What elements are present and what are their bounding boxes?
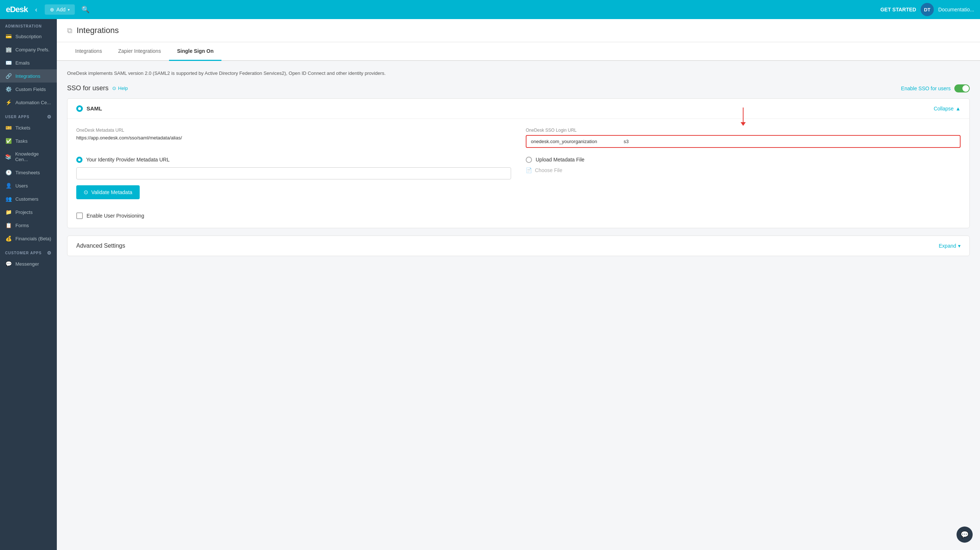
sidebar-item-customers[interactable]: 👥 Customers	[0, 192, 57, 206]
identity-provider-radio[interactable]	[76, 157, 83, 163]
add-button[interactable]: ⊕ Add ▾	[45, 5, 75, 15]
chat-button[interactable]: 💬	[956, 526, 973, 543]
options-row: Your Identity Provider Metadata URL ⊙ Va…	[76, 157, 961, 199]
validate-icon: ⊙	[84, 189, 88, 196]
sidebar-item-knowledge-center[interactable]: 📚 Knowledge Cen...	[0, 148, 57, 166]
get-started-button[interactable]: GET STARTED	[880, 6, 916, 13]
sidebar: ADMINISTRATION 💳 Subscription 🏢 Company …	[0, 19, 57, 550]
sso-title: SSO for users ⊙ Help	[67, 84, 128, 92]
sidebar-item-messenger[interactable]: 💬 Messenger	[0, 257, 57, 270]
avatar[interactable]: DT	[921, 3, 934, 16]
sidebar-item-label: Customers	[15, 196, 38, 202]
sso-login-url-group: OneDesk SSO Login URL	[526, 128, 961, 148]
users-icon: 👤	[5, 183, 12, 188]
upload-metadata-label: Upload Metadata File	[536, 157, 584, 163]
add-icon: ⊕	[50, 6, 54, 13]
tab-single-sign-on[interactable]: Single Sign On	[169, 42, 222, 61]
sidebar-item-users[interactable]: 👤 Users	[0, 179, 57, 192]
sidebar-collapse-button[interactable]: ‹	[32, 5, 40, 15]
sidebar-item-label: Forms	[15, 223, 29, 228]
choose-file-row[interactable]: 📄 Choose File	[526, 167, 961, 173]
expand-button[interactable]: Expand ▾	[939, 243, 961, 249]
tab-integrations[interactable]: Integrations	[67, 42, 110, 61]
help-label: Help	[118, 86, 128, 91]
sidebar-item-custom-fields[interactable]: ⚙️ Custom Fields	[0, 83, 57, 96]
sidebar-item-label: Subscription	[15, 34, 42, 39]
upload-metadata-radio[interactable]	[526, 157, 532, 163]
sidebar-item-label: Timesheets	[15, 170, 40, 175]
provision-row: Enable User Provisioning	[76, 207, 961, 219]
metadata-url-label: OneDesk Metadata URL	[76, 128, 511, 133]
tasks-icon: ✅	[5, 138, 12, 144]
file-icon: 📄	[526, 167, 532, 173]
sidebar-item-emails[interactable]: ✉️ Emails	[0, 56, 57, 69]
collapse-label: Collapse	[934, 106, 954, 112]
content-area: ⧉ Integrations Integrations Zapier Integ…	[57, 19, 980, 550]
customer-apps-section-label: CUSTOMER APPS ⚙	[0, 245, 57, 257]
metadata-url-group: OneDesk Metadata URL https://app.onedesk…	[76, 128, 511, 140]
sidebar-item-subscription[interactable]: 💳 Subscription	[0, 30, 57, 43]
company-icon: 🏢	[5, 46, 12, 53]
tickets-icon: 🎫	[5, 125, 12, 131]
identity-provider-radio-label[interactable]: Your Identity Provider Metadata URL	[76, 157, 511, 163]
saml-radio-label: SAML	[76, 105, 102, 112]
sso-section-header: SSO for users ⊙ Help Enable SSO for user…	[67, 84, 970, 92]
sso-login-url-input[interactable]	[526, 135, 961, 148]
advanced-settings-title: Advanced Settings	[76, 242, 125, 249]
arrow-annotation	[741, 107, 746, 126]
top-bar: eDesk ‹ ⊕ Add ▾ 🔍 GET STARTED DT Documen…	[0, 0, 980, 19]
sidebar-item-label: Tasks	[15, 138, 27, 144]
identity-provider-group: Your Identity Provider Metadata URL ⊙ Va…	[76, 157, 511, 199]
description-text: OneDesk implements SAML version 2.0 (SAM…	[67, 70, 970, 77]
user-name: Documentatio...	[938, 6, 974, 13]
saml-card-body: OneDesk Metadata URL https://app.onedesk…	[67, 119, 969, 228]
advanced-settings-card: Advanced Settings Expand ▾	[67, 236, 970, 256]
sidebar-item-timesheets[interactable]: 🕐 Timesheets	[0, 166, 57, 179]
sso-login-url-input-group	[526, 135, 961, 148]
help-link[interactable]: ⊙ Help	[112, 86, 128, 91]
admin-section-label: ADMINISTRATION	[0, 19, 57, 30]
customer-apps-gear-icon[interactable]: ⚙	[47, 250, 52, 256]
enable-user-provisioning-checkbox[interactable]	[76, 212, 83, 219]
sidebar-item-label: Projects	[15, 209, 33, 215]
sidebar-item-label: Custom Fields	[15, 86, 46, 92]
chevron-up-icon: ▲	[955, 106, 961, 112]
sidebar-item-label: Automation Ce...	[15, 100, 51, 105]
timesheets-icon: 🕐	[5, 169, 12, 175]
sidebar-item-tickets[interactable]: 🎫 Tickets	[0, 121, 57, 134]
sidebar-item-tasks[interactable]: ✅ Tasks	[0, 134, 57, 148]
identity-provider-label: Your Identity Provider Metadata URL	[86, 157, 170, 163]
tab-zapier-integrations[interactable]: Zapier Integrations	[110, 42, 169, 61]
page-title: Integrations	[76, 26, 119, 35]
saml-card-header: SAML Collapse ▲	[67, 99, 969, 119]
projects-icon: 📁	[5, 209, 12, 215]
user-apps-section-label: USER APPS ⚙	[0, 109, 57, 121]
validate-metadata-button[interactable]: ⊙ Validate Metadata	[76, 185, 140, 199]
sidebar-item-forms[interactable]: 📋 Forms	[0, 219, 57, 232]
metadata-url-input[interactable]	[76, 167, 511, 179]
user-apps-gear-icon[interactable]: ⚙	[47, 114, 52, 120]
sidebar-item-projects[interactable]: 📁 Projects	[0, 206, 57, 219]
sidebar-item-integrations[interactable]: 🔗 Integrations	[0, 69, 57, 83]
chat-icon: 💬	[961, 531, 969, 539]
knowledge-icon: 📚	[5, 154, 11, 159]
enable-sso-label: Enable SSO for users	[901, 86, 951, 91]
app-wrapper: eDesk ‹ ⊕ Add ▾ 🔍 GET STARTED DT Documen…	[0, 0, 980, 550]
forms-icon: 📋	[5, 222, 12, 228]
sidebar-item-automation[interactable]: ⚡ Automation Ce...	[0, 96, 57, 109]
collapse-button[interactable]: Collapse ▲	[934, 106, 961, 112]
page-header: ⧉ Integrations	[57, 19, 980, 42]
enable-sso-toggle[interactable]	[955, 84, 970, 92]
sidebar-item-label: Messenger	[15, 261, 39, 267]
page-icon: ⧉	[67, 26, 72, 35]
sidebar-item-label: Tickets	[15, 125, 30, 131]
url-row: OneDesk Metadata URL https://app.onedesk…	[76, 128, 961, 148]
sidebar-item-company-prefs[interactable]: 🏢 Company Prefs.	[0, 43, 57, 56]
upload-metadata-radio-label[interactable]: Upload Metadata File	[526, 157, 961, 163]
search-button[interactable]: 🔍	[79, 3, 92, 16]
saml-radio-dot[interactable]	[76, 105, 83, 112]
sidebar-item-financials[interactable]: 💰 Financials (Beta)	[0, 232, 57, 245]
advanced-settings-header[interactable]: Advanced Settings Expand ▾	[67, 236, 969, 256]
enable-user-provisioning-label: Enable User Provisioning	[86, 213, 144, 219]
sidebar-item-label: Knowledge Cen...	[15, 151, 52, 162]
